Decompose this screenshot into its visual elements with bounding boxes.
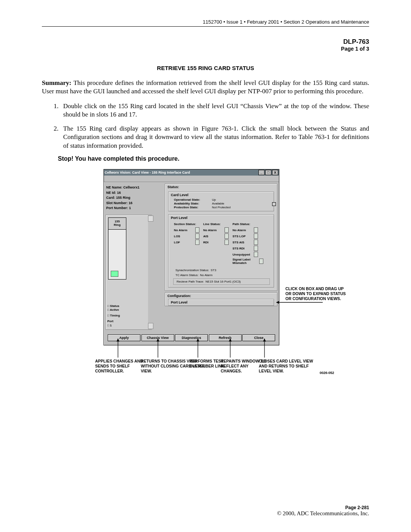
step-list: Double click on the 155 Ring card locate… — [42, 102, 369, 150]
gui-titlebar[interactable]: Cellworx Vision: Card View - 155 Ring In… — [104, 169, 279, 176]
led-icon — [195, 227, 199, 233]
led-icon — [195, 240, 199, 245]
led-icon — [254, 240, 258, 245]
line-status-col: Line Status: No Alarm AIS RDI — [203, 222, 229, 265]
port-level-panel: Port Level Section Status: No Alarm LOS … — [168, 214, 274, 288]
led-icon — [259, 259, 263, 264]
led-icon — [254, 252, 258, 257]
slot-legend: □ Status □ Active □ Timing Port □ 1 — [107, 304, 120, 328]
doc-title: RETRIEVE 155 RING CARD STATUS — [42, 65, 369, 71]
minimize-button[interactable]: _ — [258, 170, 264, 175]
footer-copyright: © 2000, ADC Telecommunications, Inc. — [42, 510, 369, 517]
close-window-button[interactable]: X — [272, 170, 278, 175]
apply-button[interactable]: Apply — [108, 334, 140, 341]
callout-drag: CLICK ON BOX AND DRAG UP OR DOWN TO EXPA… — [285, 286, 350, 301]
path-status-col: Path Status: No Alarm STS LOP STS AIS ST… — [233, 222, 263, 265]
diagnostics-button[interactable]: Diagnostics — [175, 334, 208, 341]
summary-label: Summary: — [42, 79, 71, 86]
card-label: 155Ring — [108, 217, 126, 230]
status-panel: Status: Card Level Operational State:Up … — [165, 184, 277, 291]
led-icon — [225, 233, 229, 239]
button-row: Apply Chassis View Diagnostics Refresh C… — [104, 331, 279, 345]
callout-close: CLOSES CARD LEVEL VIEW AND RETURNS TO SH… — [259, 359, 320, 374]
figure-ref-number: 0026-052 — [320, 371, 334, 375]
stop-line: Stop! You have completed this procedure. — [58, 155, 369, 162]
slot-box: 155Ring □ Status □ Active □ Timing Port … — [105, 215, 152, 330]
close-button[interactable]: Close — [242, 334, 275, 341]
summary-text: This procedure defines the information r… — [42, 79, 369, 95]
step-2: The 155 Ring card display appears as sho… — [60, 125, 369, 150]
ne-info: NE Name: Cellworx1 NE Id: 16 Card: 155 R… — [105, 184, 162, 212]
header-line: 1152700 • Issue 1 • February 2001 • Sect… — [42, 19, 369, 25]
led-icon — [254, 233, 258, 239]
card-level-panel: Card Level Operational State:Up Availabi… — [168, 192, 274, 211]
status-title: Status: — [165, 184, 277, 190]
led-icon — [225, 227, 229, 233]
port-socket-icon — [111, 271, 118, 277]
figure-wrap: Cellworx Vision: Card View - 155 Ring In… — [68, 169, 342, 532]
led-icon — [225, 240, 229, 245]
led-icon — [254, 227, 258, 233]
refresh-button[interactable]: Refresh — [209, 334, 242, 341]
page-footer: Page 2-281 © 2000, ADC Telecommunication… — [42, 505, 369, 517]
drag-handle-top[interactable] — [272, 202, 276, 206]
header-rule — [42, 26, 369, 27]
summary-paragraph: Summary: This procedure defines the info… — [42, 79, 369, 96]
gui-title: Cellworx Vision: Card View - 155 Ring In… — [105, 171, 190, 174]
configuration-panel: Configuration: Port Level — [165, 292, 277, 306]
page-of: Page 1 of 3 — [42, 46, 369, 52]
dlp-number: DLP-763 — [42, 38, 369, 46]
maximize-button[interactable]: □ — [265, 170, 271, 175]
footer-page-number: Page 2-281 — [42, 505, 369, 510]
slot-scrollbar[interactable] — [148, 215, 153, 329]
chassis-view-button[interactable]: Chassis View — [142, 334, 174, 341]
section-status-col: Section Status: No Alarm LOS LOF — [174, 222, 199, 265]
step-1: Double click on the 155 Ring card locate… — [60, 102, 369, 119]
led-icon — [195, 233, 199, 239]
led-icon — [254, 246, 258, 251]
gui-window: Cellworx Vision: Card View - 155 Ring In… — [104, 169, 279, 345]
gui-menubar[interactable] — [104, 176, 279, 182]
